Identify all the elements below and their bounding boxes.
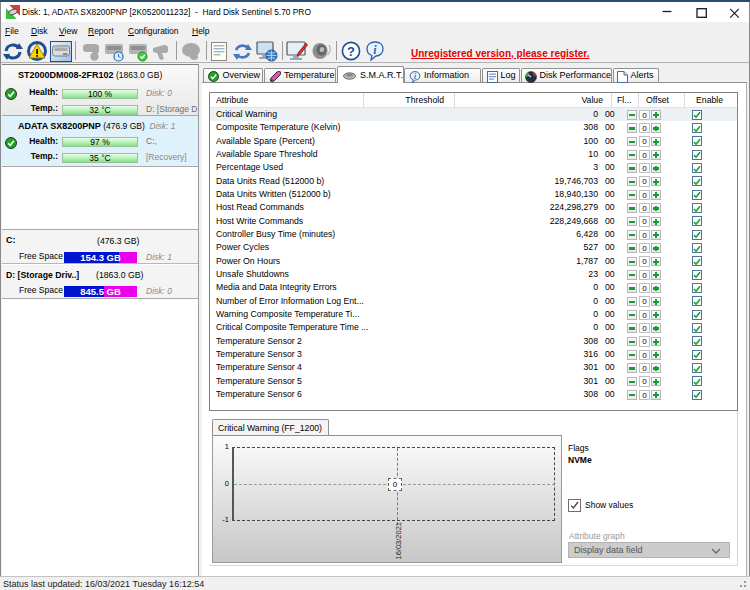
svg-text:?: ? (347, 44, 355, 59)
svg-text:i: i (414, 73, 416, 81)
